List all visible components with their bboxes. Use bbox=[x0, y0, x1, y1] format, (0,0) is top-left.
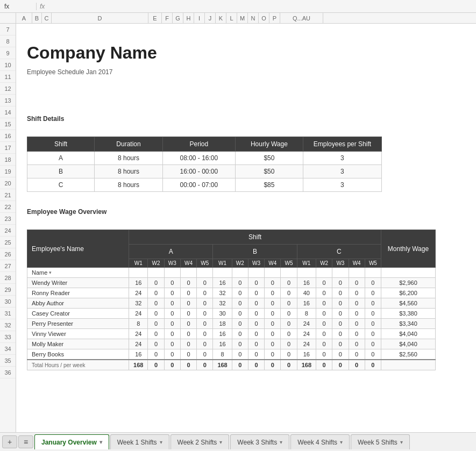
wendy-b-w1: 16 bbox=[213, 278, 232, 288]
shift-b-wage: $50 bbox=[235, 165, 303, 178]
col-i: I bbox=[194, 13, 205, 23]
row-13: 13 bbox=[0, 95, 16, 106]
row-8: 8 bbox=[0, 35, 16, 47]
tab-week2-shifts-label: Week 2 Shifts bbox=[177, 439, 217, 446]
employee-row-berry: Berry Books 160000 80000 160000 $2,560 bbox=[27, 349, 436, 360]
empty-row-19 bbox=[27, 194, 465, 206]
c-w3-header: W3 bbox=[332, 259, 349, 268]
monthly-wage-header: Monthly Wage bbox=[381, 230, 436, 268]
tab-week4-shifts[interactable]: Week 4 Shifts ▾ bbox=[290, 434, 350, 449]
period-col-header: Period bbox=[162, 137, 235, 152]
total-b-w1: 168 bbox=[213, 360, 232, 370]
c-w2-header: W2 bbox=[316, 259, 332, 268]
tab-week1-shifts-arrow: ▾ bbox=[160, 439, 162, 445]
vinny-monthly: $4,040 bbox=[381, 329, 436, 339]
empty-row-10 bbox=[27, 77, 465, 89]
a-w1-header: W1 bbox=[129, 259, 148, 268]
shift-c-wage: $85 bbox=[235, 178, 303, 192]
row-31: 31 bbox=[0, 307, 16, 319]
berry-monthly: $2,560 bbox=[381, 349, 436, 360]
row-33: 33 bbox=[0, 331, 16, 343]
shift-a-wage: $50 bbox=[235, 152, 303, 165]
name-filter-cell[interactable]: Name ▾ bbox=[27, 268, 129, 278]
wendy-c-w1: 16 bbox=[297, 278, 316, 288]
c-w1-header: W1 bbox=[297, 259, 316, 268]
abby-monthly: $4,560 bbox=[381, 298, 436, 309]
tab-week5-shifts-arrow: ▾ bbox=[400, 439, 403, 445]
row-10: 10 bbox=[0, 59, 16, 71]
empty-row-7 bbox=[27, 28, 465, 40]
shift-c-period: 00:00 - 07:00 bbox=[162, 178, 235, 192]
row-12: 12 bbox=[0, 83, 16, 95]
b-w5-header: W5 bbox=[281, 259, 297, 268]
tab-week2-shifts[interactable]: Week 2 Shifts ▾ bbox=[170, 434, 230, 449]
tab-january-overview[interactable]: January Overview ▾ bbox=[34, 434, 109, 449]
shift-c-subheader: C bbox=[297, 245, 381, 259]
col-l: L bbox=[226, 13, 237, 23]
total-c-w1: 168 bbox=[297, 360, 316, 370]
employee-row-casey: Casey Creator 240000 300000 80000 $3,380 bbox=[27, 309, 436, 319]
wage-overview-title: Employee Wage Overview bbox=[27, 208, 106, 216]
tab-week1-shifts[interactable]: Week 1 Shifts ▾ bbox=[110, 434, 169, 449]
shift-details-table-container: Shift Duration Period Hourly Wage Employ… bbox=[27, 137, 465, 192]
tab-january-overview-label: January Overview bbox=[41, 439, 97, 446]
shift-details-table: Shift Duration Period Hourly Wage Employ… bbox=[27, 137, 382, 192]
empty-row-22 bbox=[27, 218, 465, 230]
row-11: 11 bbox=[0, 71, 16, 83]
name-filter-row: Name ▾ bbox=[27, 268, 436, 278]
row-20: 20 bbox=[0, 177, 16, 189]
col-k: K bbox=[216, 13, 226, 23]
col-d: D bbox=[52, 13, 148, 23]
row-21: 21 bbox=[0, 189, 16, 201]
row-18: 18 bbox=[0, 154, 16, 166]
col-h: H bbox=[183, 13, 194, 23]
employee-name-header: Employee's Name bbox=[27, 230, 129, 268]
col-a: A bbox=[16, 13, 32, 23]
add-sheet-button[interactable]: + bbox=[2, 435, 17, 448]
employee-wage-table-container: Employee's Name Shift Monthly Wage A B C bbox=[27, 230, 465, 370]
shift-a-employees: 3 bbox=[303, 152, 381, 165]
shift-c-label: C bbox=[27, 178, 95, 192]
tab-week4-shifts-label: Week 4 Shifts bbox=[297, 439, 337, 446]
shift-a-subheader: A bbox=[129, 245, 213, 259]
row-14: 14 bbox=[0, 106, 16, 118]
employee-name-berry: Berry Books bbox=[27, 349, 129, 360]
tab-week3-shifts-label: Week 3 Shifts bbox=[237, 439, 277, 446]
shift-b-employees: 3 bbox=[303, 165, 381, 178]
row-25: 25 bbox=[0, 237, 16, 248]
sheet-menu-button[interactable]: ≡ bbox=[18, 435, 33, 448]
cell-reference: fx bbox=[4, 3, 37, 10]
row-36: 36 bbox=[0, 367, 16, 378]
col-o: O bbox=[259, 13, 269, 23]
tab-week3-shifts-arrow: ▾ bbox=[280, 439, 282, 445]
cell-area[interactable]: Company Name Employee Schedule Jan 2017 … bbox=[16, 24, 476, 432]
c-w5-header: W5 bbox=[365, 259, 381, 268]
col-rest: Q...AU bbox=[280, 13, 323, 23]
tab-week5-shifts[interactable]: Week 5 Shifts ▾ bbox=[351, 434, 410, 449]
tab-week2-shifts-arrow: ▾ bbox=[219, 439, 222, 445]
a-w4-header: W4 bbox=[180, 259, 196, 268]
tab-week3-shifts[interactable]: Week 3 Shifts ▾ bbox=[230, 434, 289, 449]
empty-row-12 bbox=[27, 101, 465, 113]
employee-row-perry: Perry Presenter 80000 180000 240000 $3,3… bbox=[27, 319, 436, 329]
a-w3-header: W3 bbox=[164, 259, 180, 268]
employee-wage-table: Employee's Name Shift Monthly Wage A B C bbox=[27, 230, 436, 370]
column-headers: A B C D E F G H I J K L M N O P Q...AU bbox=[16, 13, 476, 23]
company-subtitle: Employee Schedule Jan 2017 bbox=[27, 68, 112, 76]
employee-row-molly: Molly Maker 240000 160000 240000 $4,040 bbox=[27, 339, 436, 349]
tab-week5-shifts-label: Week 5 Shifts bbox=[358, 439, 397, 446]
company-name: Company Name bbox=[27, 43, 157, 63]
b-w4-header: W4 bbox=[265, 259, 281, 268]
perry-monthly: $3,340 bbox=[381, 319, 436, 329]
col-n: N bbox=[248, 13, 259, 23]
fx-label: fx bbox=[40, 3, 45, 10]
tab-bar: + ≡ January Overview ▾ Week 1 Shifts ▾ W… bbox=[0, 432, 476, 451]
row-19: 19 bbox=[0, 166, 16, 177]
shift-col-header: Shift bbox=[27, 137, 95, 152]
col-c: C bbox=[42, 13, 52, 23]
row-32: 32 bbox=[0, 319, 16, 331]
row-29: 29 bbox=[0, 284, 16, 296]
col-m: M bbox=[237, 13, 248, 23]
shift-b-subheader: B bbox=[213, 245, 297, 259]
row-7: 7 bbox=[0, 24, 16, 35]
